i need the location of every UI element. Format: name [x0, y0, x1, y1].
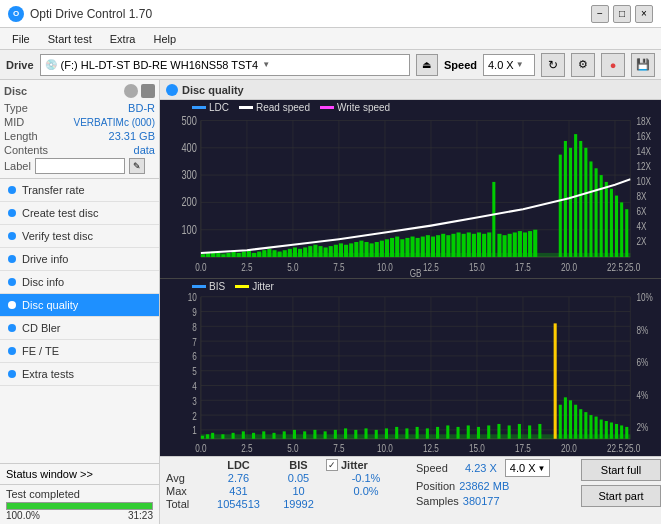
svg-rect-209	[538, 423, 541, 438]
svg-text:2: 2	[192, 409, 197, 422]
progress-bar-outer	[6, 502, 153, 510]
sidebar-item-disc-info[interactable]: Disc info	[0, 271, 159, 294]
svg-rect-102	[492, 182, 495, 257]
write-speed-legend-color	[320, 106, 334, 109]
color-button[interactable]: ●	[601, 53, 625, 77]
close-button[interactable]: ×	[635, 5, 653, 23]
titlebar: O Opti Drive Control 1.70 − □ ×	[0, 0, 661, 28]
svg-text:10.0: 10.0	[377, 260, 393, 272]
sidebar-item-disc-quality[interactable]: Disc quality	[0, 294, 159, 317]
svg-rect-95	[457, 232, 461, 257]
menu-start-test[interactable]: Start test	[40, 31, 100, 47]
svg-rect-81	[385, 239, 389, 257]
svg-rect-76	[359, 241, 363, 257]
nav-dot	[8, 278, 16, 286]
svg-text:8: 8	[192, 320, 197, 333]
svg-text:5.0: 5.0	[287, 441, 299, 454]
svg-text:1: 1	[192, 423, 197, 436]
jitter-checkbox-container: ✓ Jitter	[326, 459, 406, 471]
start-part-button[interactable]: Start part	[581, 485, 661, 507]
sidebar-item-cd-bler[interactable]: CD Bler	[0, 317, 159, 340]
svg-rect-207	[518, 423, 521, 438]
svg-text:22.5: 22.5	[607, 260, 623, 272]
svg-text:12.5: 12.5	[423, 260, 439, 272]
sidebar-item-label: FE / TE	[22, 345, 59, 357]
disc-label-input[interactable]	[35, 158, 125, 174]
stats-total-bis: 19992	[271, 498, 326, 510]
svg-text:14X: 14X	[636, 144, 651, 156]
svg-rect-50	[226, 253, 230, 257]
svg-rect-62	[288, 249, 292, 257]
disc-length-value: 23.31 GB	[109, 130, 155, 142]
sidebar-item-fe-te[interactable]: FE / TE	[0, 340, 159, 363]
svg-rect-51	[232, 252, 236, 257]
minimize-button[interactable]: −	[591, 5, 609, 23]
start-full-button[interactable]: Start full	[581, 459, 661, 481]
svg-rect-189	[334, 429, 337, 438]
svg-text:17.5: 17.5	[515, 441, 531, 454]
stats-avg-jitter: -0.1%	[326, 472, 406, 484]
label-edit-button[interactable]: ✎	[129, 158, 145, 174]
svg-rect-211	[559, 404, 562, 438]
disc-contents-label: Contents	[4, 144, 48, 156]
jitter-checkbox[interactable]: ✓	[326, 459, 338, 471]
svg-text:2X: 2X	[636, 235, 646, 247]
stats-max-bis: 10	[271, 485, 326, 497]
svg-rect-123	[620, 202, 623, 257]
position-row: Position 23862 MB	[416, 480, 571, 492]
svg-rect-214	[574, 404, 577, 438]
sidebar-item-extra-tests[interactable]: Extra tests	[0, 363, 159, 386]
drive-select[interactable]: 💿 (F:) HL-DT-ST BD-RE WH16NS58 TST4 ▼	[40, 54, 410, 76]
svg-text:10: 10	[188, 290, 197, 303]
maximize-button[interactable]: □	[613, 5, 631, 23]
menu-file[interactable]: File	[4, 31, 38, 47]
menu-help[interactable]: Help	[145, 31, 184, 47]
menu-extra[interactable]: Extra	[102, 31, 144, 47]
bis-chart-svg: 10 9 8 7 6 5 4 3 2 1 10% 8% 6% 4% 2%	[160, 279, 661, 457]
svg-rect-48	[216, 253, 220, 257]
svg-rect-199	[436, 426, 439, 438]
svg-rect-115	[579, 141, 582, 257]
speed-stat-dropdown-arrow: ▼	[538, 464, 546, 473]
refresh-button[interactable]: ↻	[541, 53, 565, 77]
sidebar-item-transfer-rate[interactable]: Transfer rate	[0, 179, 159, 202]
sidebar-item-create-test-disc[interactable]: Create test disc	[0, 202, 159, 225]
svg-rect-99	[477, 232, 481, 257]
svg-text:500: 500	[181, 113, 196, 127]
speed-label: Speed	[444, 59, 477, 71]
sidebar: Disc Type BD-R MID VERBATIMc (000) Lengt…	[0, 80, 160, 524]
speed-stat-select[interactable]: 4.0 X ▼	[505, 459, 551, 477]
svg-rect-192	[364, 428, 367, 438]
svg-rect-88	[421, 237, 425, 257]
status-window-button[interactable]: Status window >>	[0, 463, 159, 484]
jitter-legend-label: Jitter	[252, 281, 274, 292]
stats-avg-row: Avg 2.76 0.05 -0.1%	[166, 472, 406, 484]
sidebar-item-drive-info[interactable]: Drive info	[0, 248, 159, 271]
position-value: 23862 MB	[459, 480, 509, 492]
settings-button[interactable]: ⚙	[571, 53, 595, 77]
svg-rect-184	[283, 431, 286, 438]
read-speed-legend-label: Read speed	[256, 102, 310, 113]
stats-total-row: Total 1054513 19992	[166, 498, 406, 510]
disc-label-label: Label	[4, 160, 31, 172]
drivebar: Drive 💿 (F:) HL-DT-ST BD-RE WH16NS58 TST…	[0, 50, 661, 80]
svg-rect-103	[497, 234, 501, 257]
speed-select[interactable]: 4.0 X ▼	[483, 54, 535, 76]
svg-rect-212	[564, 397, 567, 438]
svg-rect-104	[503, 235, 507, 257]
stats-col-ldc-header: LDC	[206, 459, 271, 471]
save-button[interactable]: 💾	[631, 53, 655, 77]
svg-rect-105	[508, 234, 512, 257]
svg-rect-120	[605, 182, 608, 257]
svg-rect-194	[385, 428, 388, 438]
app-title: Opti Drive Control 1.70	[30, 7, 152, 21]
nav-dot	[8, 209, 16, 217]
jitter-checkbox-label: Jitter	[341, 459, 368, 471]
svg-rect-182	[262, 431, 265, 438]
eject-button[interactable]: ⏏	[416, 54, 438, 76]
svg-rect-64	[298, 249, 302, 257]
svg-rect-213	[569, 400, 572, 438]
sidebar-item-verify-test-disc[interactable]: Verify test disc	[0, 225, 159, 248]
read-speed-legend-color	[239, 106, 253, 109]
svg-rect-79	[375, 242, 379, 257]
